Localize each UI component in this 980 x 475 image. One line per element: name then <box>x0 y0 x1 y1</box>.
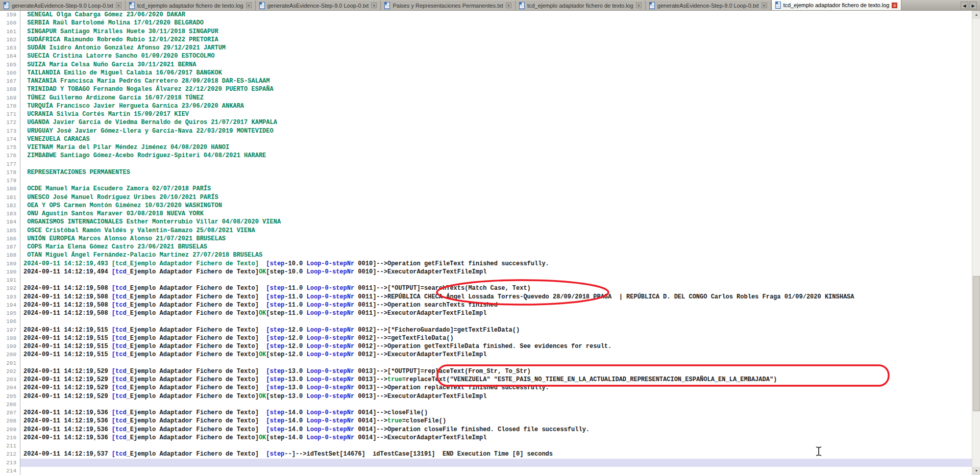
editor-line[interactable]: 164 SUECIA Cristina Latorre Sancho 01/09… <box>0 52 972 60</box>
tab-2[interactable]: tcd_ejemplo adaptador fichero de texto.l… <box>126 1 256 10</box>
editor-line[interactable]: 180 OCDE Manuel María Escudero Zamora 02… <box>0 185 972 193</box>
editor-line[interactable]: 196 <box>0 317 972 326</box>
editor-line[interactable]: 1902024-09-11 14:12:19,494 [tcd_Ejemplo … <box>0 268 972 276</box>
editor-line[interactable]: 2102024-09-11 14:12:19,536 [tcd_Ejemplo … <box>0 434 972 442</box>
editor-line[interactable]: 186 UNIÓN EUROPEA Marcos Alonso Alonso 2… <box>0 235 972 243</box>
file-icon <box>259 2 265 9</box>
editor-line[interactable]: 1922024-09-11 14:12:19,508 [tcd_Ejemplo … <box>0 284 972 292</box>
editor-line[interactable]: 172 UGANDA Javier García de Viedma Berna… <box>0 118 972 127</box>
line-text: OEA Y OPS Carmen Montón Giménez 10/03/20… <box>20 202 222 210</box>
scroll-up-arrow-icon[interactable]: ▲ <box>972 11 980 19</box>
tab-5[interactable]: tcd_ejemplo adaptador fichero de texto.l… <box>516 1 646 10</box>
editor-line[interactable]: 1972024-09-11 14:12:19,515 [tcd_Ejemplo … <box>0 326 972 334</box>
editor-line[interactable]: 168 TRINIDAD Y TOBAGO Fernando Nogales Á… <box>0 85 972 93</box>
line-text <box>20 317 23 326</box>
editor-line[interactable]: 177 <box>0 160 972 168</box>
line-number: 186 <box>0 235 20 243</box>
editor-area[interactable]: 159 SENEGAL Olga Cabarga Gómez 23/06/202… <box>0 11 972 475</box>
tab-close-icon[interactable]: × <box>371 3 377 8</box>
line-number: 211 <box>0 442 20 450</box>
line-text: 2024-09-11 14:12:19,536 [tcd_Ejemplo Ada… <box>20 417 446 425</box>
editor-line[interactable]: 162 SUDÁFRICA Raimundo Robredo Rubio 12/… <box>0 36 972 44</box>
editor-line[interactable]: 201 <box>0 359 972 367</box>
editor-line[interactable]: 167 TANZANIA Francisca María Pedrós Carr… <box>0 77 972 85</box>
line-text: 2024-09-11 14:12:19,536 [tcd_Ejemplo Ada… <box>20 409 428 417</box>
editor-line[interactable]: 2042024-09-11 14:12:19,529 [tcd_Ejemplo … <box>0 384 972 392</box>
editor-line[interactable]: 160 SERBIA Raúl Bartolomé Molina 17/01/2… <box>0 19 972 27</box>
file-icon <box>4 2 9 9</box>
editor-line[interactable]: 178 REPRESENTACIONES PERMANENTES <box>0 168 972 177</box>
editor-line[interactable]: 185 OSCE Cristóbal Ramón Valdés y Valent… <box>0 227 972 235</box>
scrollbar-thumb[interactable] <box>973 276 980 411</box>
tab-6[interactable]: generateAsEvidence-Step-9.0 Loop-0.txt× <box>646 1 771 10</box>
line-text: ONU Agustín Santos Maraver 03/08/2018 NU… <box>20 210 204 218</box>
scroll-down-arrow-icon[interactable]: ▼ <box>972 467 980 475</box>
editor-line[interactable]: 174 VENEZUELA CARACAS <box>0 135 972 143</box>
editor-line[interactable]: 2052024-09-11 14:12:19,529 [tcd_Ejemplo … <box>0 392 972 401</box>
editor-line[interactable]: 181 UNESCO José Manuel Rodríguez Uribes … <box>0 193 972 202</box>
line-number: 173 <box>0 127 20 135</box>
editor-line[interactable]: 2092024-09-11 14:12:19,536 [tcd_Ejemplo … <box>0 426 972 434</box>
tab-7-active[interactable]: tcd_ejemplo adaptador fichero de texto.l… <box>771 0 902 10</box>
tab-close-icon[interactable]: × <box>246 3 252 8</box>
line-text: 2024-09-11 14:12:19,529 [tcd_Ejemplo Ada… <box>20 376 777 384</box>
tab-1[interactable]: generateAsEvidence-Step-9.0 Loop-0.txt× <box>0 1 126 10</box>
tab-close-icon[interactable]: × <box>636 3 642 8</box>
editor-line[interactable]: 2072024-09-11 14:12:19,536 [tcd_Ejemplo … <box>0 409 972 417</box>
editor-caret-line[interactable]: 213 <box>0 459 972 467</box>
editor-line[interactable]: 1942024-09-11 14:12:19,508 [tcd_Ejemplo … <box>0 301 972 309</box>
tab-scroll-right-button[interactable]: ▶ <box>969 2 977 9</box>
editor-line[interactable]: 2122024-09-11 14:12:19,537 [tcd_Ejemplo … <box>0 450 972 458</box>
line-number: 206 <box>0 401 20 409</box>
tab-close-icon[interactable]: × <box>892 3 897 8</box>
editor-line[interactable]: 161 SINGAPUR Santiago Miralles Huete 30/… <box>0 28 972 36</box>
editor-line[interactable]: 175 VIETNAM María del Pilar Méndez Jimén… <box>0 143 972 152</box>
editor-line[interactable]: 2002024-09-11 14:12:19,515 [tcd_Ejemplo … <box>0 351 972 359</box>
line-text <box>20 359 23 367</box>
editor-line[interactable]: 191 <box>0 276 972 284</box>
tab-close-icon[interactable]: × <box>506 3 511 8</box>
editor-line[interactable]: 1982024-09-11 14:12:19,515 [tcd_Ejemplo … <box>0 334 972 342</box>
editor-line[interactable]: 184 ORGANISMOS INTERNACIONALES Esther Mo… <box>0 218 972 226</box>
editor-line[interactable]: 206 <box>0 401 972 409</box>
editor-line[interactable]: 182 OEA Y OPS Carmen Montón Giménez 10/0… <box>0 202 972 210</box>
tab-close-icon[interactable]: × <box>116 3 121 8</box>
tab-3[interactable]: generateAsEvidence-Step-9.0 Loop-0.txt× <box>256 1 381 10</box>
line-text: 2024-09-11 14:12:19,529 [tcd_Ejemplo Ada… <box>20 384 549 392</box>
editor-line[interactable]: 171 UCRANIA Silvia Cortés Martín 15/09/2… <box>0 110 972 118</box>
line-text <box>20 467 23 475</box>
editor-line[interactable]: 1992024-09-11 14:12:19,515 [tcd_Ejemplo … <box>0 342 972 351</box>
editor-line[interactable]: 176 ZIMBABWE Santiago Gómez-Acebo Rodríg… <box>0 152 972 160</box>
editor-line[interactable]: 1932024-09-11 14:12:19,508 [tcd_Ejemplo … <box>0 293 972 301</box>
editor-line[interactable]: 169 TÚNEZ Guillermo Ardizone García 16/0… <box>0 94 972 102</box>
editor-line[interactable]: 2082024-09-11 14:12:19,536 [tcd_Ejemplo … <box>0 417 972 425</box>
line-text: 2024-09-11 14:12:19,529 [tcd_Ejemplo Ada… <box>20 392 486 401</box>
editor-line[interactable]: 1952024-09-11 14:12:19,508 [tcd_Ejemplo … <box>0 309 972 317</box>
line-number: 175 <box>0 143 20 152</box>
editor-line[interactable]: 183 ONU Agustín Santos Maraver 03/08/201… <box>0 210 972 218</box>
editor-line[interactable]: 170 TURQUÍA Francisco Javier Hergueta Ga… <box>0 102 972 110</box>
line-number: 185 <box>0 227 20 235</box>
tab-4[interactable]: Paises y Representaciones Permanentes.tx… <box>381 1 515 10</box>
editor-line[interactable]: 159 SENEGAL Olga Cabarga Gómez 23/06/202… <box>0 11 972 19</box>
line-number: 214 <box>0 467 20 475</box>
tab-close-icon[interactable]: × <box>762 3 767 8</box>
editor-line[interactable]: 166 TAILANDIA Emilio de Miguel Calabia 1… <box>0 69 972 77</box>
editor-line[interactable]: 214 <box>0 467 972 475</box>
editor-line[interactable]: 2032024-09-11 14:12:19,529 [tcd_Ejemplo … <box>0 376 972 384</box>
editor-line[interactable]: 2022024-09-11 14:12:19,529 [tcd_Ejemplo … <box>0 367 972 376</box>
line-text: SENEGAL Olga Cabarga Gómez 23/06/2020 DA… <box>20 11 185 19</box>
vertical-scrollbar[interactable]: ▲ ▼ <box>972 11 980 475</box>
editor-line[interactable]: 163 SUDÁN Isidro Antonio González Afonso… <box>0 44 972 52</box>
editor-line[interactable]: 211 <box>0 442 972 450</box>
editor-line[interactable]: 187 COPS María Elena Gómez Castro 23/06/… <box>0 243 972 251</box>
line-number: 179 <box>0 177 20 185</box>
line-number: 177 <box>0 160 20 168</box>
tab-scroll-left-button[interactable]: ◀ <box>961 2 968 9</box>
editor-line[interactable]: 188 OTAN Miguel Ángel Fernández-Palacio … <box>0 251 972 259</box>
editor-line[interactable]: 165 SUIZA María Celsa Nuño García 30/11/… <box>0 61 972 69</box>
editor-line[interactable]: 1892024-09-11 14:12:19,493 [tcd_Ejemplo … <box>0 260 972 268</box>
editor-line[interactable]: 173 URUGUAY José Javier Gómez-Llera y Ga… <box>0 127 972 135</box>
editor-line[interactable]: 179 <box>0 177 972 185</box>
line-text: COPS María Elena Gómez Castro 23/06/2021… <box>20 243 207 251</box>
